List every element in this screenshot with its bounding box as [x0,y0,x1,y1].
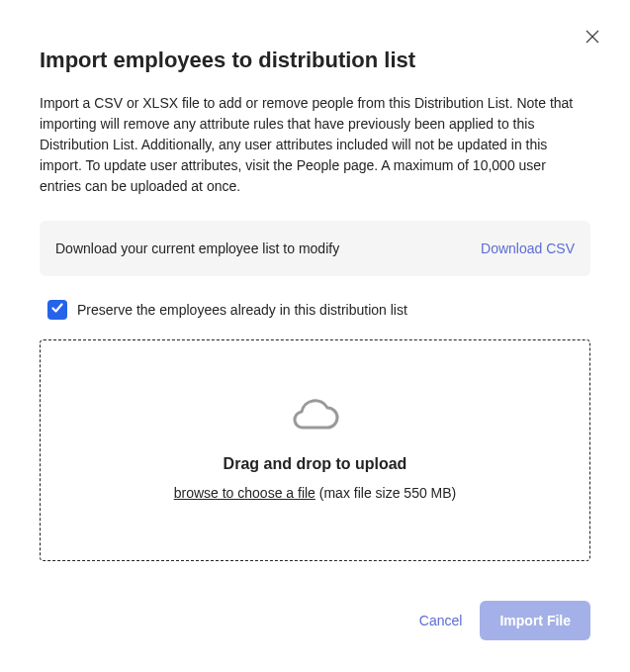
close-button[interactable] [583,28,602,48]
dropzone-subtitle: browse to choose a file (max file size 5… [174,485,457,501]
import-file-button[interactable]: Import File [480,601,590,640]
file-dropzone[interactable]: Drag and drop to upload browse to choose… [40,339,590,561]
dropzone-title: Drag and drop to upload [224,455,407,473]
preserve-checkbox-label: Preserve the employees already in this d… [77,302,407,318]
download-box: Download your current employee list to m… [40,221,590,276]
dialog-description: Import a CSV or XLSX file to add or remo… [40,93,590,197]
close-icon [585,29,600,48]
preserve-checkbox[interactable] [47,300,67,320]
cloud-icon [292,396,339,435]
dialog-footer: Cancel Import File [40,601,590,640]
import-dialog: Import employees to distribution list Im… [0,0,630,672]
checkmark-icon [50,301,64,319]
dialog-title: Import employees to distribution list [40,48,590,73]
browse-file-link[interactable]: browse to choose a file [174,485,315,501]
max-size-label: (max file size 550 MB) [315,485,456,501]
preserve-checkbox-row: Preserve the employees already in this d… [40,300,590,320]
cancel-button[interactable]: Cancel [419,613,463,628]
download-csv-link[interactable]: Download CSV [481,240,575,256]
download-text: Download your current employee list to m… [55,240,339,256]
